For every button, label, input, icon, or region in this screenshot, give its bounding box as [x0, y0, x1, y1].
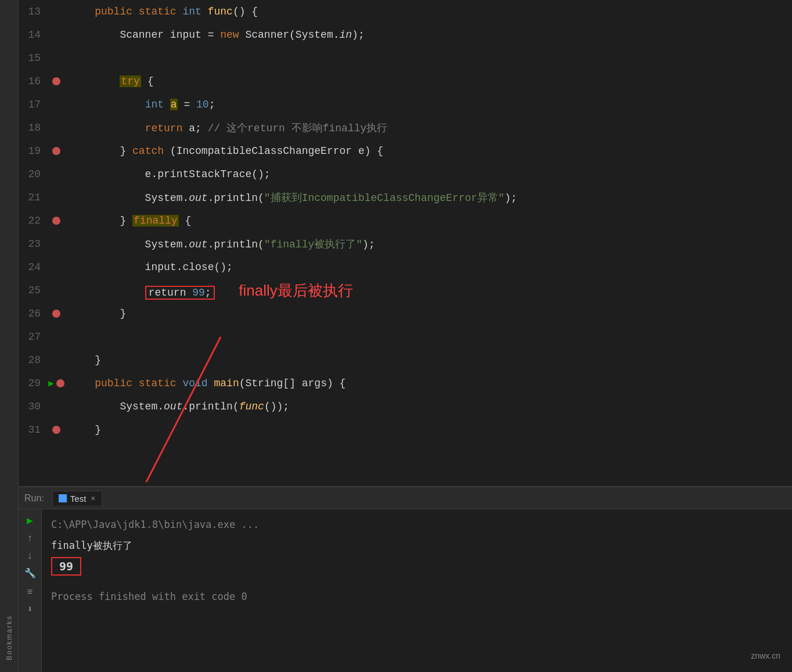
output-line: C:\APP\Java\jdk1.8\bin\java.exe ... [51, 514, 783, 535]
output-line: finally被执行了 [51, 535, 783, 556]
line-number: 15 [19, 52, 48, 64]
gutter-cell [48, 77, 65, 85]
gutter-cell [48, 426, 65, 434]
tab-close-button[interactable]: × [91, 494, 95, 503]
code-line-content: Scanner input = new Scanner(System.in); [65, 29, 792, 41]
wrench-icon[interactable]: 🔧 [24, 567, 36, 579]
gutter-cell [48, 147, 65, 155]
code-line-content: return 99; finally最后被执行 [65, 281, 792, 301]
code-line-content: e.printStackTrace(); [65, 168, 792, 180]
code-row: 28 } [19, 348, 792, 372]
code-line-content: System.out.println(func()); [65, 401, 792, 412]
run-tab[interactable]: Test × [52, 491, 102, 506]
tab-icon [59, 494, 67, 502]
line-number: 23 [19, 238, 48, 250]
left-sidebar: Bookmarks [0, 0, 19, 672]
code-line-content: System.out.println("finally被执行了"); [65, 237, 792, 251]
breakpoint-dot[interactable] [56, 379, 64, 387]
code-row: 26 } [19, 302, 792, 325]
code-row: 21 System.out.println("捕获到IncompatibleCl… [19, 186, 792, 209]
code-row: 18 return a; // 这个return 不影响finally执行 [19, 116, 792, 139]
code-line-content: public static int func() { [65, 6, 792, 17]
tab-name: Test [70, 494, 87, 504]
code-row: 19 } catch (IncompatibleClassChangeError… [19, 139, 792, 163]
output-line: Process finished with exit code 0 [51, 586, 783, 607]
line-number: 25 [19, 285, 48, 296]
code-line-content: try { [65, 76, 792, 87]
code-row: 23 System.out.println("finally被执行了"); [19, 232, 792, 256]
line-number: 19 [19, 145, 48, 157]
code-row: 17 int a = 10; [19, 93, 792, 116]
code-row: 24 input.close(); [19, 256, 792, 279]
code-line-content: } [65, 308, 792, 319]
output-line: 99 [51, 556, 783, 577]
line-number: 24 [19, 261, 48, 273]
output-cmd: C:\APP\Java\jdk1.8\bin\java.exe ... [51, 519, 259, 530]
gutter-cell [48, 310, 65, 318]
main-content: 13 public static int func() {14 Scanner … [19, 0, 792, 672]
breakpoint-dot[interactable] [52, 217, 60, 225]
line-number: 29 [19, 378, 48, 389]
breakpoint-dot[interactable] [52, 147, 60, 155]
code-row: 29▶ public static void main(String[] arg… [19, 372, 792, 395]
line-number: 14 [19, 29, 48, 41]
watermark: znwx.cn [751, 651, 780, 660]
code-area: 13 public static int func() {14 Scanner … [19, 0, 792, 486]
arrow-down-icon[interactable]: ↓ [27, 550, 33, 562]
code-row: 25 return 99; finally最后被执行 [19, 279, 792, 302]
line-number: 16 [19, 76, 48, 87]
code-line-content: input.close(); [65, 261, 792, 273]
download-icon[interactable]: ⬇ [27, 603, 33, 615]
code-row: 22 } finally { [19, 209, 792, 232]
code-line-content: } [65, 354, 792, 366]
breakpoint-dot[interactable] [52, 77, 60, 85]
run-play-button[interactable]: ▶ [27, 514, 33, 527]
code-row: 30 System.out.println(func()); [19, 395, 792, 418]
code-row: 13 public static int func() { [19, 0, 792, 23]
bookmarks-label: Bookmarks [5, 615, 13, 660]
code-line-content: return a; // 这个return 不影响finally执行 [65, 121, 792, 135]
code-row: 15 [19, 46, 792, 70]
run-output: C:\APP\Java\jdk1.8\bin\java.exe ...final… [42, 509, 792, 672]
code-line-content: int a = 10; [65, 99, 792, 110]
breakpoint-dot[interactable] [52, 426, 60, 434]
line-number: 26 [19, 308, 48, 319]
code-row: 14 Scanner input = new Scanner(System.in… [19, 23, 792, 46]
line-number: 30 [19, 401, 48, 412]
code-line-content: public static void main(String[] args) { [65, 378, 792, 389]
line-number: 17 [19, 99, 48, 110]
output-normal: finally被执行了 [51, 539, 132, 552]
line-number: 20 [19, 168, 48, 180]
line-number: 13 [19, 6, 48, 17]
line-number: 28 [19, 354, 48, 366]
gutter-cell [48, 217, 65, 225]
gutter-cell: ▶ [48, 378, 65, 389]
run-sidebar: ▶ ↑ ↓ 🔧 ≡ ⬇ [19, 509, 42, 672]
breakpoint-dot[interactable] [52, 310, 60, 318]
code-line-content: } [65, 424, 792, 436]
output-boxed-value: 99 [51, 557, 81, 576]
run-label: Run: [24, 493, 44, 504]
line-number: 18 [19, 122, 48, 134]
run-body: ▶ ↑ ↓ 🔧 ≡ ⬇ C:\APP\Java\jdk1.8\bin\java.… [19, 509, 792, 672]
code-row: 20 e.printStackTrace(); [19, 163, 792, 186]
list-icon[interactable]: ≡ [27, 587, 33, 598]
line-number: 22 [19, 215, 48, 227]
output-process: Process finished with exit code 0 [51, 591, 247, 602]
line-number: 27 [19, 331, 48, 343]
code-row: 31 } [19, 418, 792, 441]
code-line-content: } finally { [65, 215, 792, 227]
run-tab-bar: Run: Test × [19, 487, 792, 509]
line-number: 21 [19, 192, 48, 203]
run-panel: Run: Test × ▶ ↑ ↓ 🔧 ≡ ⬇ C:\APP\Java\jdk1… [19, 486, 792, 672]
line-number: 31 [19, 424, 48, 436]
arrow-up-icon[interactable]: ↑ [27, 533, 33, 544]
code-row: 16 try { [19, 70, 792, 93]
code-line-content: System.out.println("捕获到IncompatibleClass… [65, 191, 792, 204]
code-line-content: } catch (IncompatibleClassChangeError e)… [65, 145, 792, 157]
code-row: 27 [19, 325, 792, 348]
play-arrow-icon[interactable]: ▶ [48, 378, 54, 389]
